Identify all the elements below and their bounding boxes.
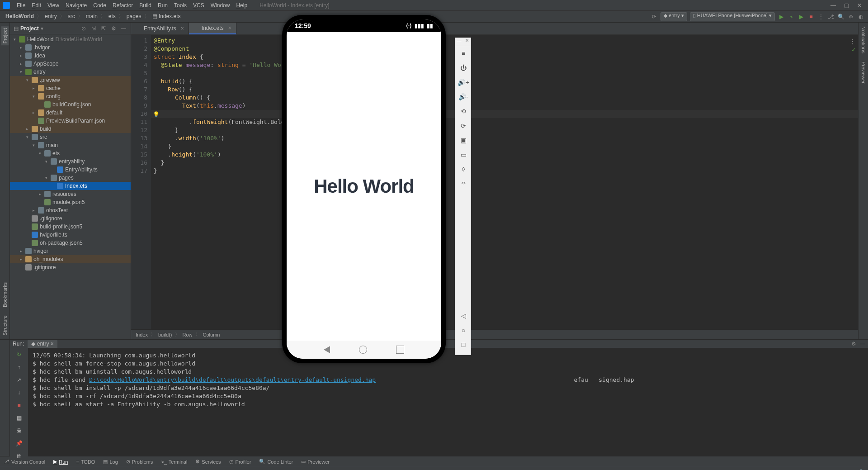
tree-node[interactable]: .gitignore xyxy=(10,214,131,223)
breadcrumb-item[interactable]: ▤ Index.ets xyxy=(151,13,183,19)
phone-recent-icon[interactable] xyxy=(396,346,404,354)
settings-icon[interactable]: ⚙ xyxy=(847,13,854,20)
tool-run[interactable]: ▶Run xyxy=(53,459,68,465)
preview-rotate-left-icon[interactable]: ⟲ xyxy=(455,104,472,119)
tool-version-control[interactable]: ⎇Version Control xyxy=(4,459,45,465)
breadcrumb-item[interactable]: src xyxy=(66,13,77,19)
phone-home-icon[interactable] xyxy=(359,346,367,354)
tree-node[interactable]: ▾entryability xyxy=(10,157,131,166)
menu-help[interactable]: Help xyxy=(233,2,250,9)
stop-run-icon[interactable]: ■ xyxy=(15,401,23,409)
more-icon[interactable]: ⋮ xyxy=(817,13,825,20)
editor-crumb[interactable]: Index xyxy=(136,332,148,337)
tree-node[interactable]: ▸resources xyxy=(10,190,131,198)
tree-node[interactable]: ▾config xyxy=(10,92,131,100)
run-console[interactable]: 12/05 00:58:34: Launching com.augus.hell… xyxy=(28,348,868,460)
preview-back-icon[interactable]: ◁ xyxy=(455,309,472,323)
menu-navigate[interactable]: Navigate xyxy=(62,2,90,9)
phone-back-icon[interactable] xyxy=(324,346,330,353)
breadcrumb-item[interactable]: main xyxy=(84,13,99,19)
vcs-icon[interactable]: ⎇ xyxy=(827,13,835,20)
breadcrumb-item[interactable]: entry xyxy=(43,13,59,19)
menu-vcs[interactable]: VCS xyxy=(190,2,208,9)
code-editor[interactable]: 1234567891011121314151617 @Entry @Compon… xyxy=(131,35,858,329)
tree-node[interactable]: ▾.preview xyxy=(10,76,131,84)
tree-node[interactable]: ▾src xyxy=(10,133,131,141)
tree-node[interactable]: ▸oh_modules xyxy=(10,255,131,263)
preview-location-icon[interactable]: ◊ xyxy=(455,162,472,176)
rerun-icon[interactable]: ↻ xyxy=(15,351,23,359)
tree-node[interactable]: ▾ets xyxy=(10,149,131,157)
run-config-tab[interactable]: ◆ entry × xyxy=(28,340,57,348)
tree-node[interactable]: PreviewBuildParam.json xyxy=(10,117,131,125)
tree-node[interactable]: ▾pages xyxy=(10,174,131,182)
device-dropdown[interactable]: ▯ HUAWEI Phone [HuaweiPhone] ▾ xyxy=(690,12,775,21)
inspection-ok-icon[interactable]: ✓ xyxy=(852,46,855,54)
tool-terminal[interactable]: >_Terminal xyxy=(161,459,187,465)
preview-voldown-icon[interactable]: 🔊- xyxy=(455,90,472,104)
coverage-icon[interactable]: ▶ xyxy=(797,13,805,20)
attach-icon[interactable]: ↗ xyxy=(15,376,23,384)
breadcrumb-item[interactable]: pages xyxy=(125,13,143,19)
down-trace-icon[interactable]: ↓ xyxy=(15,389,23,397)
tool-log[interactable]: ▤Log xyxy=(103,459,118,465)
tree-node[interactable]: hvigorfile.ts xyxy=(10,231,131,239)
tree-node[interactable]: module.json5 xyxy=(10,198,131,206)
layout-icon[interactable]: ▤ xyxy=(15,414,23,422)
tree-node[interactable]: ▾entry xyxy=(10,68,131,76)
editor-menu-icon[interactable]: ⋮ xyxy=(849,38,855,46)
tree-node[interactable]: ▸default xyxy=(10,109,131,117)
stop-icon[interactable]: ■ xyxy=(807,13,815,20)
tree-node[interactable]: buildConfig.json xyxy=(10,100,131,109)
tree-node[interactable]: ▸hvigor xyxy=(10,247,131,255)
editor-crumb[interactable]: build() xyxy=(158,332,172,337)
tree-node[interactable]: .gitignore xyxy=(10,263,131,271)
minimize-button[interactable]: — xyxy=(830,2,836,9)
preview-screenshot-icon[interactable]: ▣ xyxy=(455,133,472,147)
tree-node[interactable]: ▾HelloWorld D:\code\HelloWorld xyxy=(10,35,131,43)
project-tree[interactable]: ▾HelloWorld D:\code\HelloWorld▸.hvigor▸.… xyxy=(10,34,131,339)
sidebar-notifications[interactable]: Notifications xyxy=(861,26,866,53)
tree-node[interactable]: ▸cache xyxy=(10,84,131,92)
menu-build[interactable]: Build xyxy=(136,2,155,9)
up-trace-icon[interactable]: ↑ xyxy=(15,363,23,371)
preview-power-icon[interactable]: ⏻ xyxy=(455,61,472,75)
menu-tools[interactable]: Tools xyxy=(171,2,190,9)
menu-window[interactable]: Window xyxy=(208,2,233,9)
sidebar-previewer[interactable]: Previewer xyxy=(861,62,866,84)
tree-node[interactable]: build-profile.json5 xyxy=(10,223,131,231)
select-opened-icon[interactable]: ⊙ xyxy=(80,25,87,32)
sidebar-project[interactable]: Project xyxy=(1,26,9,45)
menu-code[interactable]: Code xyxy=(90,2,109,9)
editor-crumb[interactable]: Row xyxy=(183,332,193,337)
gear-icon[interactable]: ⚙ xyxy=(851,341,856,347)
close-tab-icon[interactable]: × xyxy=(228,25,231,31)
intention-bulb-icon[interactable]: 💡 xyxy=(153,110,160,119)
menu-edit[interactable]: Edit xyxy=(28,2,44,9)
editor-tab[interactable]: EntryAbility.ts× xyxy=(131,23,189,34)
profile-icon[interactable]: ◐ xyxy=(857,13,864,20)
tool-previewer[interactable]: ▭Previewer xyxy=(301,459,330,465)
search-icon[interactable]: 🔍 xyxy=(837,13,844,20)
preview-recent-icon[interactable]: □ xyxy=(455,337,472,352)
maximize-button[interactable]: ▢ xyxy=(844,2,849,9)
menu-view[interactable]: View xyxy=(44,2,62,9)
tree-node[interactable]: ▸ohosTest xyxy=(10,206,131,214)
debug-icon[interactable]: ⌁ xyxy=(788,13,795,20)
menu-refactor[interactable]: Refactor xyxy=(109,2,136,9)
tool-todo[interactable]: ≡TODO xyxy=(76,459,95,465)
tool-problems[interactable]: ⊘Problems xyxy=(126,459,153,465)
tool-profiler[interactable]: ◷Profiler xyxy=(229,459,251,465)
breadcrumb-item[interactable]: HelloWorld xyxy=(4,13,36,19)
close-tab-icon[interactable]: × xyxy=(181,25,184,32)
collapse-all-icon[interactable]: ⇱ xyxy=(100,25,107,32)
preview-home-icon[interactable]: ○ xyxy=(455,323,472,337)
code-text[interactable]: @Entry @Component struct Index { @State … xyxy=(151,35,295,329)
menu-run[interactable]: Run xyxy=(155,2,171,9)
hide-icon[interactable]: — xyxy=(860,341,865,347)
tool-services[interactable]: ⚙Services xyxy=(195,459,221,465)
breadcrumb-item[interactable]: ets xyxy=(107,13,118,19)
menu-file[interactable]: File xyxy=(14,2,28,9)
editor-crumb[interactable]: Column xyxy=(203,332,220,337)
tool-code-linter[interactable]: 🔍Code Linter xyxy=(259,459,293,465)
